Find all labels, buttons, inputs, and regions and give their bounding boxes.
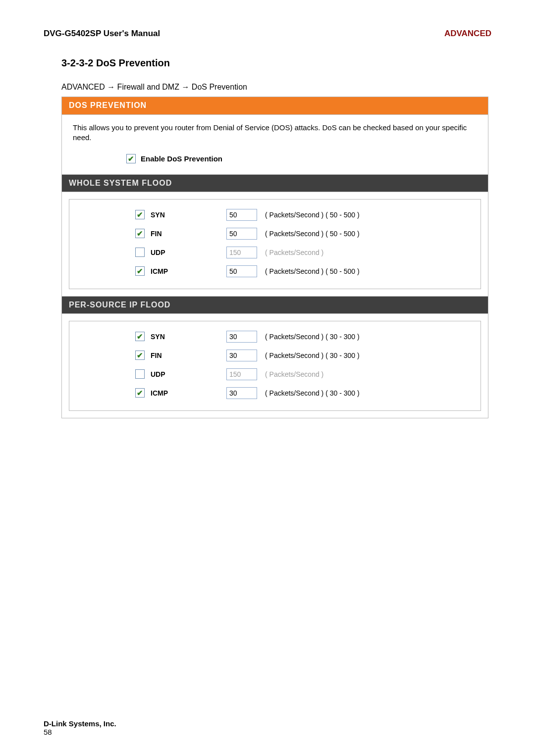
page-header: DVG-G5402SP User's Manual ADVANCED xyxy=(44,29,491,39)
ps-udp-input[interactable] xyxy=(226,368,257,380)
enable-dos-checkbox[interactable] xyxy=(126,154,136,163)
page-footer: D-Link Systems, Inc. 58 xyxy=(44,719,116,736)
ps-icmp-row: ICMP ( Packets/Second ) ( 30 - 300 ) xyxy=(80,384,470,403)
ws-syn-row: SYN ( Packets/Second ) ( 50 - 500 ) xyxy=(80,205,470,224)
ws-syn-input[interactable] xyxy=(226,209,257,221)
ws-fin-input[interactable] xyxy=(226,228,257,240)
ws-udp-hint: ( Packets/Second ) xyxy=(261,249,323,256)
ps-fin-hint: ( Packets/Second ) ( 30 - 300 ) xyxy=(261,352,360,359)
ps-icmp-hint: ( Packets/Second ) ( 30 - 300 ) xyxy=(261,389,360,397)
ps-udp-checkbox[interactable] xyxy=(135,369,145,379)
ws-icmp-input[interactable] xyxy=(226,265,257,277)
ps-syn-checkbox[interactable] xyxy=(135,332,145,341)
ps-icmp-label: ICMP xyxy=(145,389,226,397)
ps-syn-label: SYN xyxy=(145,333,226,341)
ps-syn-input[interactable] xyxy=(226,331,257,343)
ws-udp-checkbox[interactable] xyxy=(135,248,145,257)
ws-fin-row: FIN ( Packets/Second ) ( 50 - 500 ) xyxy=(80,224,470,243)
manual-title: DVG-G5402SP User's Manual xyxy=(44,29,160,39)
ps-syn-hint: ( Packets/Second ) ( 30 - 300 ) xyxy=(261,333,360,341)
ws-icmp-label: ICMP xyxy=(145,267,226,275)
dos-prevention-panel: DOS PREVENTION This allows you to preven… xyxy=(61,97,488,418)
whole-system-flood-header: WHOLE SYSTEM FLOOD xyxy=(62,174,488,192)
enable-dos-label: Enable DoS Prevention xyxy=(141,154,222,163)
footer-company: D-Link Systems, Inc. xyxy=(44,719,116,728)
per-source-ip-flood-header: PER-SOURCE IP FLOOD xyxy=(62,296,488,314)
ps-icmp-checkbox[interactable] xyxy=(135,388,145,398)
ps-udp-label: UDP xyxy=(145,370,226,378)
ws-icmp-checkbox[interactable] xyxy=(135,266,145,276)
per-source-ip-flood-rows: SYN ( Packets/Second ) ( 30 - 300 ) FIN … xyxy=(69,321,481,411)
ps-icmp-input[interactable] xyxy=(226,387,257,399)
ws-icmp-row: ICMP ( Packets/Second ) ( 50 - 500 ) xyxy=(80,262,470,281)
ps-fin-row: FIN ( Packets/Second ) ( 30 - 300 ) xyxy=(80,346,470,365)
ps-udp-row: UDP ( Packets/Second ) xyxy=(80,365,470,384)
ws-udp-row: UDP ( Packets/Second ) xyxy=(80,243,470,262)
ws-syn-hint: ( Packets/Second ) ( 50 - 500 ) xyxy=(261,211,360,219)
ps-fin-label: FIN xyxy=(145,352,226,359)
enable-dos-row: Enable DoS Prevention xyxy=(62,146,488,174)
ws-fin-hint: ( Packets/Second ) ( 50 - 500 ) xyxy=(261,230,360,238)
ps-fin-checkbox[interactable] xyxy=(135,351,145,360)
ws-icmp-hint: ( Packets/Second ) ( 50 - 500 ) xyxy=(261,267,360,275)
ps-fin-input[interactable] xyxy=(226,350,257,361)
ps-udp-hint: ( Packets/Second ) xyxy=(261,370,323,378)
ws-udp-label: UDP xyxy=(145,249,226,256)
ws-fin-label: FIN xyxy=(145,230,226,238)
ws-syn-label: SYN xyxy=(145,211,226,219)
ws-udp-input[interactable] xyxy=(226,247,257,258)
ps-syn-row: SYN ( Packets/Second ) ( 30 - 300 ) xyxy=(80,327,470,346)
section-tag: ADVANCED xyxy=(444,29,491,39)
whole-system-flood-rows: SYN ( Packets/Second ) ( 50 - 500 ) FIN … xyxy=(69,199,481,289)
footer-page-number: 58 xyxy=(44,728,116,736)
panel-title-bar: DOS PREVENTION xyxy=(62,97,488,115)
panel-description: This allows you to prevent you router fr… xyxy=(62,115,488,146)
section-heading: 3-2-3-2 DoS Prevention xyxy=(61,57,491,69)
ws-syn-checkbox[interactable] xyxy=(135,210,145,219)
breadcrumb: ADVANCED → Firewall and DMZ → DoS Preven… xyxy=(61,83,491,92)
panel-title: DOS PREVENTION xyxy=(69,101,147,110)
ws-fin-checkbox[interactable] xyxy=(135,229,145,238)
